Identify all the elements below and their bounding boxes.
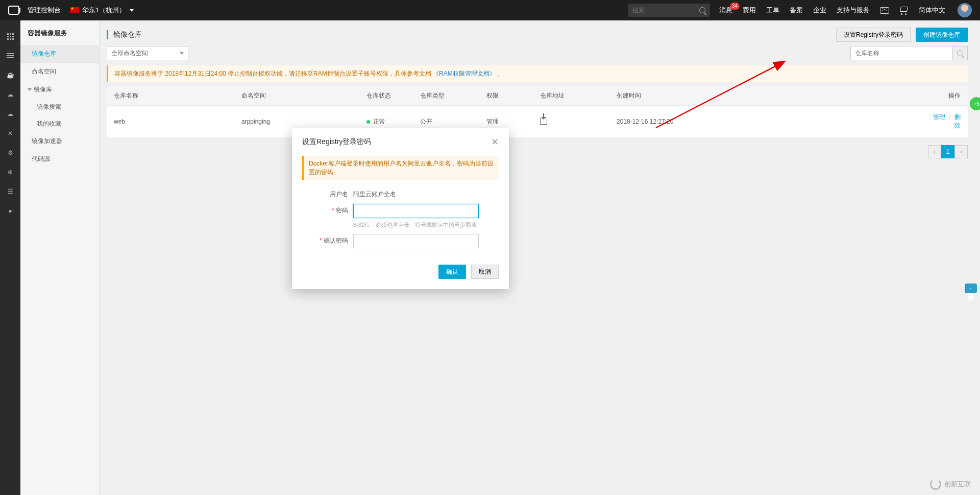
nav-item-code-source[interactable]: 代码源 xyxy=(20,150,99,168)
dot-icon[interactable]: ● xyxy=(6,206,15,216)
cell-created: 2018-12-16 12:27:20 xyxy=(609,106,922,138)
search-icon xyxy=(957,50,963,56)
password-hint: 8-32位，必须包含字母、符号或数字中的至少两项 xyxy=(353,221,479,229)
cell-name: web xyxy=(107,106,234,138)
pager-next[interactable]: › xyxy=(954,145,968,158)
action-delete[interactable]: 删除 xyxy=(954,113,961,129)
search-icon xyxy=(699,7,705,13)
action-manage[interactable]: 管理 xyxy=(933,113,945,121)
th-actions: 操作 xyxy=(922,86,968,106)
brand-logo[interactable] xyxy=(8,6,19,15)
value-username: 阿里云账户全名 xyxy=(353,187,396,199)
label-confirm-password: *确认密码 xyxy=(302,234,353,245)
side-nav: 容器镜像服务 镜像仓库 命名空间 镜像库 镜像搜索 我的收藏 镜像加速器 代码源 xyxy=(20,20,100,495)
status-dot-icon xyxy=(366,120,370,124)
watermark-text: 创新互联 xyxy=(944,480,971,489)
more-icon[interactable]: ☰ xyxy=(6,187,15,196)
flag-cn-icon xyxy=(70,7,79,13)
pager-prev[interactable]: ‹ xyxy=(928,145,941,158)
nav-record[interactable]: 备案 xyxy=(790,6,803,15)
nav-enterprise[interactable]: 企业 xyxy=(813,6,826,15)
cart-icon[interactable] xyxy=(899,7,909,14)
nav-workorder[interactable]: 工单 xyxy=(766,6,779,15)
cell-actions: 管理 | 删除 xyxy=(922,106,968,138)
deprecation-notice: 容器镜像服务将于 2018年12月31日24:00 停止控制台授权功能，请迁移至… xyxy=(107,65,968,82)
th-name: 仓库名称 xyxy=(107,86,234,106)
float-points-badge[interactable]: +5 xyxy=(970,97,980,110)
close-icon[interactable]: ✕ xyxy=(491,136,499,148)
notice-text: 容器镜像服务将于 2018年12月31日24:00 停止控制台授权功能，请迁移至… xyxy=(114,70,431,77)
set-password-modal: 设置Registry登录密码 ✕ Docker客户端登录时使用的用户名为阿里云账… xyxy=(292,128,509,289)
global-search-button[interactable] xyxy=(695,4,710,17)
nav-item-repos[interactable]: 镜像仓库 xyxy=(20,45,99,63)
table-row: web arppinging 正常 公开 管理 2018-12-16 12:27… xyxy=(107,106,968,138)
confirm-button[interactable]: 确认 xyxy=(438,265,466,279)
messages-badge: 34 xyxy=(730,3,740,10)
pager-page-1[interactable]: 1 xyxy=(941,145,954,158)
th-status: 仓库状态 xyxy=(359,86,413,106)
nav-item-namespaces[interactable]: 命名空间 xyxy=(20,63,99,81)
th-created: 创建时间 xyxy=(609,86,922,106)
pagination: ‹ 1 › xyxy=(100,138,980,166)
cloud-upload-icon[interactable]: ☁ xyxy=(6,109,15,119)
repo-name-search-input[interactable] xyxy=(850,46,952,60)
th-namespace: 命名空间 xyxy=(234,86,359,106)
nodes-icon[interactable]: ⚙ xyxy=(6,148,15,157)
nav-item-favorites[interactable]: 我的收藏 xyxy=(20,115,99,132)
region-label: 华东1（杭州） xyxy=(82,6,126,15)
label-username: 用户名 xyxy=(302,187,353,199)
nav-item-accelerator[interactable]: 镜像加速器 xyxy=(20,132,99,150)
nav-group-images-label: 镜像库 xyxy=(34,86,52,93)
modal-title: 设置Registry登录密码 xyxy=(302,137,371,147)
nav-support[interactable]: 支持与服务 xyxy=(837,6,870,15)
apps-icon[interactable] xyxy=(6,32,15,41)
notice-suffix: 。 xyxy=(497,70,503,77)
service-name: 容器镜像服务 xyxy=(20,20,99,45)
cell-address[interactable] xyxy=(533,106,609,138)
cloud-icon[interactable]: ☁ xyxy=(6,90,15,99)
region-selector[interactable]: 华东1（杭州） xyxy=(70,6,134,15)
nav-fees[interactable]: 费用 xyxy=(743,6,756,15)
global-search[interactable] xyxy=(628,4,710,17)
download-icon xyxy=(540,117,547,125)
namespace-dropdown-label: 全部命名空间 xyxy=(111,49,148,58)
global-search-input[interactable] xyxy=(628,7,695,14)
chevron-down-icon xyxy=(28,88,32,91)
th-permission: 权限 xyxy=(479,86,533,106)
repos-table: 仓库名称 命名空间 仓库状态 仓库类型 权限 仓库地址 创建时间 操作 web … xyxy=(107,86,968,138)
namespace-dropdown[interactable]: 全部命名空间 xyxy=(107,46,188,60)
nav-language[interactable]: 简体中文 xyxy=(919,6,945,15)
nav-item-image-search[interactable]: 镜像搜索 xyxy=(20,99,99,115)
avatar[interactable] xyxy=(958,3,972,17)
product-rail: ☕ ☁ ☁ ✕ ⚙ ⊕ ☰ ● xyxy=(0,20,20,495)
nav-messages[interactable]: 消息 34 xyxy=(719,6,732,15)
mail-icon[interactable] xyxy=(880,7,889,14)
cancel-button[interactable]: 取消 xyxy=(471,265,499,279)
globe-icon[interactable]: ⊕ xyxy=(6,168,15,177)
repo-search-button[interactable] xyxy=(952,46,968,60)
cup-icon[interactable]: ☕ xyxy=(6,70,15,80)
page-title: 镜像仓库 xyxy=(107,30,142,39)
create-repo-button[interactable]: 创建镜像仓库 xyxy=(916,28,968,42)
float-feedback-panel[interactable]: 咨询·建议 xyxy=(965,284,977,293)
cell-status-text: 正常 xyxy=(373,118,385,125)
nav-group-images[interactable]: 镜像库 xyxy=(20,81,99,99)
tools-icon[interactable]: ✕ xyxy=(6,129,15,138)
console-title: 管理控制台 xyxy=(28,6,61,15)
label-password: *密码 xyxy=(302,204,353,215)
confirm-password-input[interactable] xyxy=(353,234,479,248)
password-input[interactable] xyxy=(353,204,479,218)
th-type: 仓库类型 xyxy=(413,86,479,106)
watermark: 创新互联 xyxy=(930,479,971,490)
chevron-down-icon xyxy=(130,9,134,12)
watermark-icon xyxy=(930,479,941,490)
chevron-down-icon xyxy=(180,52,184,55)
notice-link[interactable]: 《RAM权限管理文档》 xyxy=(433,70,496,77)
list-icon[interactable] xyxy=(6,51,15,60)
modal-notice: Docker客户端登录时使用的用户名为阿里云账户全名，密码为当前设置的密码 xyxy=(302,156,499,180)
set-registry-password-button[interactable]: 设置Registry登录密码 xyxy=(836,28,911,42)
th-address: 仓库地址 xyxy=(533,86,609,106)
